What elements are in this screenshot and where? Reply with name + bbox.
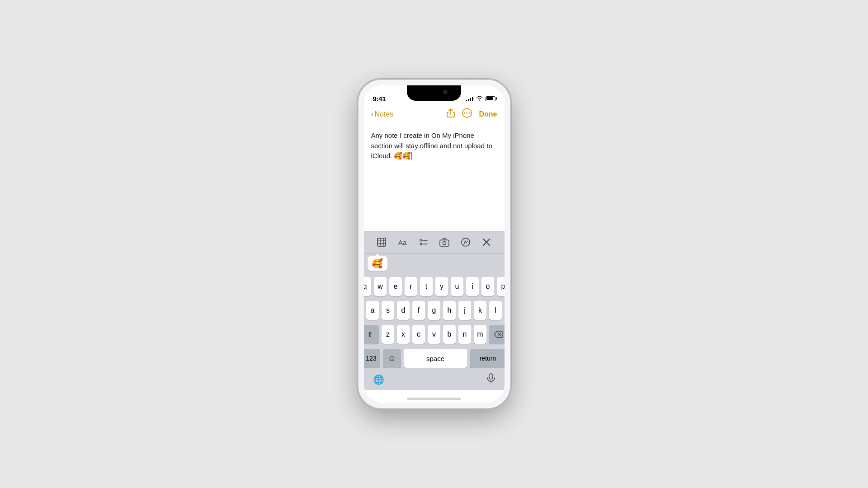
nav-bar: ‹ Notes: [364, 105, 505, 124]
key-f[interactable]: f: [412, 301, 425, 320]
microphone-icon[interactable]: [486, 373, 495, 385]
key-w[interactable]: w: [374, 277, 387, 296]
numbers-key[interactable]: 123: [364, 349, 381, 368]
keyboard-row-2: a s d f g h j k l: [365, 301, 503, 320]
phone-screen: 9:41: [364, 85, 505, 403]
svg-rect-4: [377, 238, 386, 246]
back-arrow-icon: ‹: [371, 109, 374, 119]
key-h[interactable]: h: [443, 301, 456, 320]
battery-icon: [486, 96, 495, 101]
status-icons: [466, 96, 495, 102]
key-v[interactable]: v: [428, 325, 440, 344]
status-bar: 9:41: [364, 85, 505, 105]
keyboard: q w e r t y u i o p a s d f g h j k: [364, 273, 505, 370]
close-toolbar-button[interactable]: [479, 235, 494, 249]
camera-dot: [443, 90, 448, 94]
backspace-key[interactable]: [489, 325, 505, 344]
key-n[interactable]: n: [458, 325, 471, 344]
svg-rect-20: [489, 374, 493, 379]
shift-key[interactable]: ⇧: [364, 325, 379, 344]
key-i[interactable]: i: [466, 277, 479, 296]
svg-rect-13: [440, 240, 449, 246]
key-b[interactable]: b: [443, 325, 456, 344]
svg-point-15: [462, 238, 470, 246]
key-q[interactable]: q: [364, 277, 372, 296]
svg-point-9: [420, 239, 422, 241]
svg-point-1: [466, 113, 467, 114]
input-toolbar: Aa: [364, 231, 505, 253]
key-g[interactable]: g: [428, 301, 440, 320]
format-button[interactable]: Aa: [395, 235, 410, 249]
home-bar: [407, 398, 461, 400]
signal-bar-3: [470, 98, 471, 101]
key-k[interactable]: k: [474, 301, 486, 320]
signal-bar-4: [472, 97, 473, 101]
return-key[interactable]: return: [470, 349, 505, 368]
key-u[interactable]: u: [451, 277, 463, 296]
key-s[interactable]: s: [382, 301, 394, 320]
format-label: Aa: [398, 239, 406, 246]
key-j[interactable]: j: [458, 301, 471, 320]
note-body: Any note I create in On My iPhone sectio…: [371, 131, 492, 160]
share-button[interactable]: [447, 108, 455, 120]
back-button[interactable]: ‹ Notes: [371, 109, 394, 119]
key-d[interactable]: d: [397, 301, 410, 320]
key-a[interactable]: a: [366, 301, 379, 320]
back-label: Notes: [375, 110, 394, 118]
done-button[interactable]: Done: [479, 110, 497, 118]
key-p[interactable]: p: [497, 277, 505, 296]
emoji-suggestion-bar: 🥰: [364, 253, 505, 273]
home-indicator[interactable]: [364, 390, 505, 403]
keyboard-bottom-bar: 🌐: [364, 370, 505, 390]
svg-point-0: [463, 113, 465, 114]
wifi-icon: [476, 96, 483, 102]
list-button[interactable]: [416, 235, 431, 249]
key-l[interactable]: l: [489, 301, 502, 320]
svg-point-2: [469, 113, 470, 114]
emoji-key[interactable]: ☺: [383, 349, 401, 368]
signal-bar-2: [468, 99, 469, 101]
globe-icon[interactable]: 🌐: [373, 374, 384, 385]
text-cursor: [411, 152, 412, 160]
key-y[interactable]: y: [435, 277, 448, 296]
keyboard-row-3: ⇧ z x c v b n m: [365, 325, 503, 344]
svg-point-10: [420, 243, 422, 245]
more-button[interactable]: [462, 108, 472, 120]
suggested-emoji: 🥰: [372, 258, 383, 269]
key-r[interactable]: r: [405, 277, 417, 296]
emoji-arrow: [375, 253, 380, 256]
key-t[interactable]: t: [420, 277, 433, 296]
space-key[interactable]: space: [404, 349, 467, 368]
status-time: 9:41: [373, 95, 386, 103]
key-z[interactable]: z: [382, 325, 394, 344]
key-m[interactable]: m: [474, 325, 486, 344]
battery-fill: [486, 97, 493, 100]
note-text: Any note I create in On My iPhone sectio…: [371, 131, 497, 161]
key-x[interactable]: x: [397, 325, 410, 344]
note-content[interactable]: Any note I create in On My iPhone sectio…: [364, 124, 505, 231]
table-button[interactable]: [374, 235, 389, 249]
keyboard-row-4: 123 ☺ space return: [365, 349, 503, 368]
markup-button[interactable]: [458, 235, 473, 249]
notch: [407, 85, 461, 101]
key-o[interactable]: o: [481, 277, 494, 296]
nav-actions: Done: [447, 108, 497, 120]
emoji-suggestion-item[interactable]: 🥰: [368, 256, 387, 271]
keyboard-row-1: q w e r t y u i o p: [365, 277, 503, 296]
signal-bars: [466, 96, 473, 101]
key-c[interactable]: c: [412, 325, 425, 344]
signal-bar-1: [466, 100, 467, 101]
svg-point-14: [443, 242, 446, 245]
camera-button[interactable]: [437, 235, 452, 249]
key-e[interactable]: e: [389, 277, 402, 296]
phone-frame: 9:41: [359, 80, 510, 408]
